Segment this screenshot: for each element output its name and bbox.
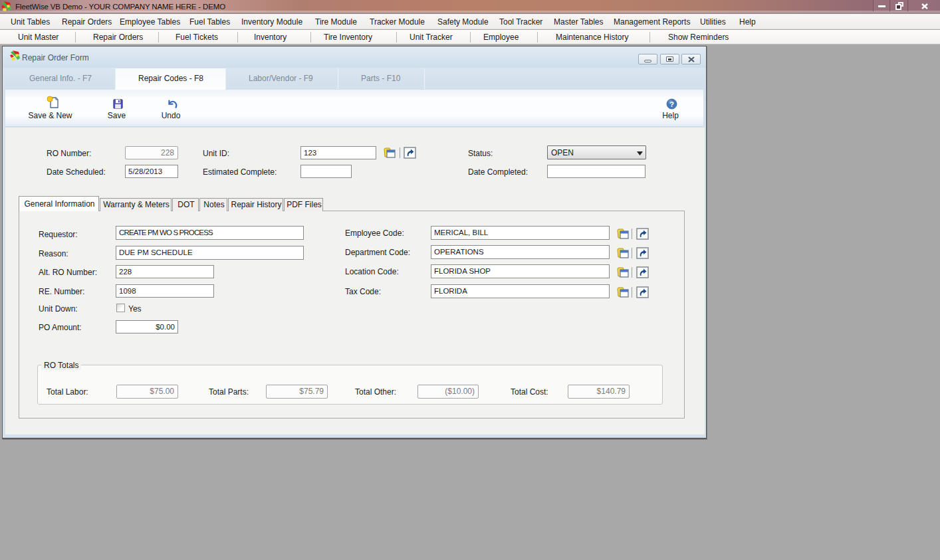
svg-text:?: ? (669, 100, 674, 108)
